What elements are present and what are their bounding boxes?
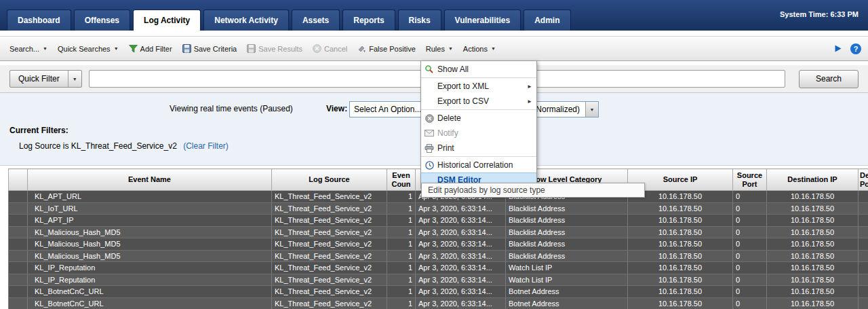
cell-icon (9, 191, 28, 203)
column-header-destination-port[interactable]: Destination Port (859, 169, 868, 191)
tab-reports[interactable]: Reports (342, 10, 395, 31)
tab-offenses[interactable]: Offenses (74, 10, 130, 31)
toolbar-item-search[interactable]: Search...▼ (7, 45, 50, 53)
cell-low-level-category: Blacklist Address (506, 226, 628, 238)
table-row[interactable]: KL_IP_ReputationKL_Threat_Feed_Service_v… (9, 262, 868, 274)
tab-network-activity[interactable]: Network Activity (203, 10, 289, 31)
cell-log-source: KL_Threat_Feed_Service_v2 (272, 226, 387, 238)
toolbar-item-label: Save Results (258, 45, 302, 53)
cell-event-count: 1 (387, 297, 416, 309)
cell-event-name: KL_BotnetCnC_URL (28, 286, 272, 298)
cell-source-port: 0 (733, 274, 767, 286)
notify-icon (421, 130, 437, 137)
play-icon[interactable] (833, 44, 842, 53)
tab-vulnerabilities[interactable]: Vulnerabilities (444, 10, 521, 31)
toolbar-item-false-positive[interactable]: False Positive (355, 44, 418, 53)
cell-icon (9, 215, 28, 227)
cell-source-port: 0 (733, 202, 767, 215)
menu-item-export-to-xml[interactable]: Export to XML► (421, 79, 536, 94)
cell-source-ip: 10.16.178.50 (628, 215, 733, 227)
false-positive-icon (357, 44, 366, 53)
cell-icon (9, 286, 28, 298)
table-row[interactable]: KL_BotnetCnC_URLKL_Threat_Feed_Service_v… (9, 297, 868, 309)
menu-item-delete[interactable]: Delete (421, 111, 536, 126)
tab-assets[interactable]: Assets (292, 10, 340, 31)
cell-low-level-category: Botnet Address (506, 297, 628, 309)
tab-log-activity[interactable]: Log Activity (133, 10, 201, 31)
menu-item-label: Export to XML (437, 81, 527, 91)
cell-event-name: KL_IP_Reputation (28, 274, 272, 286)
cell-destination-ip: 10.16.178.50 (767, 238, 859, 251)
menu-item-notify[interactable]: Notify (421, 126, 536, 141)
menu-separator (421, 77, 536, 78)
cell-log-source: KL_Threat_Feed_Service_v2 (272, 250, 387, 262)
cell-icon (9, 274, 28, 286)
cell-event-count: 1 (387, 274, 416, 286)
toolbar-item-label: False Positive (369, 45, 415, 53)
toolbar-item-quick-searches[interactable]: Quick Searches▼ (55, 45, 121, 53)
chevron-down-icon: ▼ (68, 71, 81, 87)
cell-source-port: 0 (733, 286, 767, 298)
toolbar: Search...▼Quick Searches▼Add FilterSave … (0, 36, 868, 61)
tab-risks[interactable]: Risks (398, 10, 441, 31)
chevron-down-icon[interactable]: ▼ (585, 102, 598, 117)
menu-item-export-to-csv[interactable]: Export to CSV► (421, 94, 536, 109)
table-row[interactable]: KL_Malicious_Hash_MD5KL_Threat_Feed_Serv… (9, 238, 868, 251)
cell-destination-port (859, 286, 868, 298)
cell-time: Apr 3, 2020, 6:33:14... (416, 215, 506, 227)
column-header-blank[interactable] (9, 169, 28, 191)
column-header-source-port[interactable]: Source Port (733, 169, 767, 191)
menu-item-show-all[interactable]: Show All (421, 62, 536, 77)
viewing-status: Viewing real time events (Paused) (170, 104, 293, 113)
tab-dashboard[interactable]: Dashboard (7, 10, 71, 31)
help-icon[interactable]: ? (850, 43, 861, 54)
cell-log-source: KL_Threat_Feed_Service_v2 (272, 202, 387, 215)
column-header-log-source[interactable]: Log Source (272, 169, 387, 191)
print-icon (421, 144, 437, 153)
cell-event-name: KL_Malicious_Hash_MD5 (28, 238, 272, 251)
menu-item-label: Show All (437, 65, 536, 74)
system-time: System Time: 6:33 PM (780, 10, 859, 18)
toolbar-item-actions[interactable]: Actions▼ (460, 45, 498, 53)
column-header-even-coun[interactable]: Even Coun (387, 169, 416, 191)
table-row[interactable]: KL_IoT_URLKL_Threat_Feed_Service_v21Apr … (9, 202, 868, 215)
menu-item-label: Delete (437, 113, 536, 123)
toolbar-item-label: Save Criteria (194, 45, 237, 53)
toolbar-item-save-results: Save Results (244, 44, 305, 53)
cell-destination-ip: 10.16.178.50 (767, 262, 859, 274)
table-row[interactable]: KL_IP_ReputationKL_Threat_Feed_Service_v… (9, 274, 868, 286)
cell-low-level-category: Blacklist Address (506, 202, 628, 215)
table-row[interactable]: KL_APT_IPKL_Threat_Feed_Service_v21Apr 3… (9, 215, 868, 227)
column-header-destination-ip[interactable]: Destination IP (767, 169, 859, 191)
toolbar-item-label: Cancel (324, 45, 347, 53)
table-row[interactable]: KL_Malicious_Hash_MD5KL_Threat_Feed_Serv… (9, 250, 868, 262)
toolbar-item-save-criteria[interactable]: Save Criteria (180, 44, 240, 53)
cell-icon (9, 262, 28, 274)
table-row[interactable]: KL_Malicious_Hash_MD5KL_Threat_Feed_Serv… (9, 226, 868, 238)
submenu-arrow-icon: ► (527, 98, 536, 105)
table-row[interactable]: KL_BotnetCnC_URLKL_Threat_Feed_Service_v… (9, 286, 868, 298)
cell-low-level-category: Blacklist Address (506, 215, 628, 227)
cell-source-ip: 10.16.178.50 (628, 226, 733, 238)
tab-admin[interactable]: Admin (524, 10, 570, 31)
cell-time: Apr 3, 2020, 6:33:14... (416, 274, 506, 286)
column-header-event-name[interactable]: Event Name (28, 169, 272, 191)
menu-item-print[interactable]: Print (421, 141, 536, 156)
search-button[interactable]: Search (799, 70, 859, 88)
cell-log-source: KL_Threat_Feed_Service_v2 (272, 262, 387, 274)
cell-event-name: KL_APT_URL (28, 191, 272, 203)
clear-filter-link[interactable]: (Clear Filter) (183, 141, 229, 151)
menu-item-label: Print (437, 143, 536, 153)
cell-event-count: 1 (387, 238, 416, 251)
cell-event-count: 1 (387, 215, 416, 227)
cell-event-name: KL_Malicious_Hash_MD5 (28, 226, 272, 238)
toolbar-item-rules[interactable]: Rules▼ (423, 45, 456, 53)
cell-source-port: 0 (733, 226, 767, 238)
cell-source-ip: 10.16.178.50 (628, 297, 733, 309)
quick-filter-dropdown[interactable]: Quick Filter ▼ (9, 70, 82, 88)
cell-destination-ip: 10.16.178.50 (767, 215, 859, 227)
cell-destination-ip: 10.16.178.50 (767, 286, 859, 298)
toolbar-item-add-filter[interactable]: Add Filter (126, 45, 175, 53)
menu-item-historical-correlation[interactable]: Historical Correlation (421, 158, 536, 172)
cell-icon (9, 202, 28, 215)
